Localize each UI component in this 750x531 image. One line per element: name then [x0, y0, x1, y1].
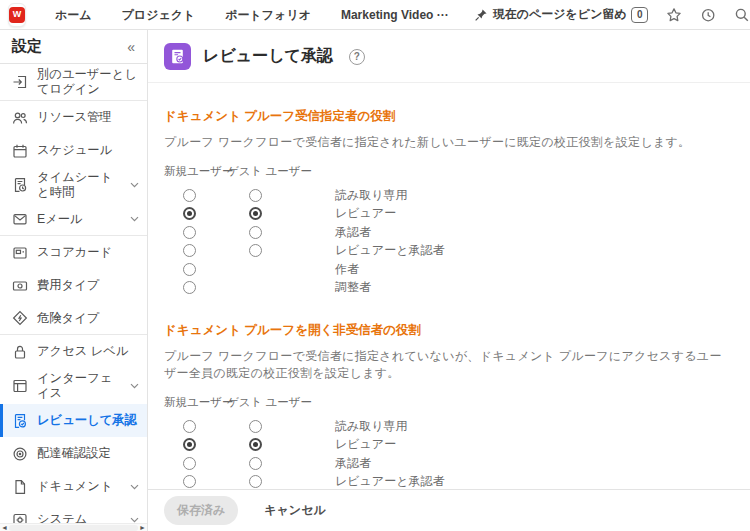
radio-guest-user[interactable]: [249, 438, 262, 451]
search-icon[interactable]: [729, 3, 750, 27]
sidebar-item-label: ドキュメント: [37, 479, 121, 494]
sidebar-item-review-and-approve[interactable]: レビューして承認: [0, 404, 147, 437]
sidebar-item-label: タイムシートと時間: [37, 170, 121, 200]
radio-guest-user[interactable]: [249, 207, 262, 220]
sidebar-item-label: 危険タイプ: [37, 311, 139, 326]
login-icon: [12, 74, 28, 90]
chevron-down-icon: [130, 216, 139, 222]
sidebar-item-label: リソース管理: [37, 110, 139, 125]
layout-icon: [12, 378, 28, 394]
risk-diamond-icon: [12, 310, 28, 326]
role-label: レビュアーと承認者: [335, 473, 444, 489]
role-row-reviewer: レビュアー: [164, 436, 734, 455]
radio-guest-user[interactable]: [249, 189, 262, 202]
pin-label: 現在のページをピン留め: [493, 6, 627, 23]
role-label: レビュアーと承認者: [335, 242, 444, 259]
role-label: 承認者: [335, 455, 371, 472]
nav-portfolios[interactable]: ポートフォリオ: [210, 0, 326, 30]
radio-new-user[interactable]: [183, 281, 196, 294]
page-header: レビューして承認 ?: [148, 30, 750, 83]
pin-current-page-button[interactable]: 現在のページをピン留め: [474, 6, 627, 23]
nav-marketing-video[interactable]: Marketing Video ···: [326, 0, 464, 30]
role-row-reviewer: レビュアー: [164, 205, 734, 224]
radio-new-user[interactable]: [183, 457, 196, 470]
radio-new-user[interactable]: [183, 263, 196, 276]
calendar-icon: [12, 143, 28, 159]
proof-role-rows: 読み取り専用 レビュアー 承認者 レビュ: [164, 417, 734, 489]
sidebar-item-timesheets[interactable]: タイムシートと時間: [0, 167, 147, 203]
sidebar-horizontal-scrollbar[interactable]: ◄ ►: [0, 523, 147, 531]
sidebar-item-label: アクセス レベル: [37, 344, 139, 359]
role-row-reviewer-approver: レビュアーと承認者: [164, 242, 734, 261]
role-label: 承認者: [335, 224, 371, 241]
scrollbar-track[interactable]: [9, 525, 138, 531]
document-icon: [12, 479, 28, 495]
help-icon[interactable]: ?: [349, 49, 365, 65]
main-nav: ホーム プロジェクト ポートフォリオ Marketing Video ···: [40, 0, 464, 30]
history-icon[interactable]: [695, 3, 721, 27]
radio-new-user[interactable]: [183, 420, 196, 433]
sidebar-item-label: スコアカード: [37, 245, 139, 260]
radio-new-user[interactable]: [183, 226, 196, 239]
role-row-moderator: 調整者: [164, 279, 734, 298]
sidebar-header: 設定 «: [0, 30, 147, 64]
section-heading: ドキュメント プルーフを開く非受信者の役割: [164, 322, 734, 339]
sidebar-item-scorecards[interactable]: スコアカード: [0, 236, 147, 269]
banknote-icon: [12, 278, 28, 294]
scroll-right-arrow[interactable]: ►: [138, 524, 147, 531]
top-navigation-bar: W ホーム プロジェクト ポートフォリオ Marketing Video ···…: [0, 0, 750, 30]
nav-projects[interactable]: プロジェクト: [107, 0, 211, 30]
sidebar-item-access-levels[interactable]: アクセス レベル: [0, 335, 147, 368]
column-header-guest-user: ゲスト ユーザー: [227, 164, 312, 179]
radio-guest-user[interactable]: [249, 457, 262, 470]
notifications-button[interactable]: 0: [627, 3, 653, 27]
radio-guest-user[interactable]: [249, 244, 262, 257]
section-proof-recipients: ドキュメント プルーフ受信指定者の役割 プルーフ ワークフローで受信者に指定され…: [164, 108, 734, 297]
sidebar-item-interface[interactable]: インターフェイス: [0, 368, 147, 404]
sidebar-item-proof-delivery-settings[interactable]: 配達確認設定: [0, 437, 147, 470]
radio-new-user[interactable]: [183, 244, 196, 257]
save-button[interactable]: 保存済み: [164, 496, 238, 525]
scroll-left-arrow[interactable]: ◄: [0, 524, 9, 531]
column-headers: 新規ユーザー ゲスト ユーザー: [164, 395, 734, 410]
lock-icon: [12, 344, 28, 360]
sidebar-item-expense-types[interactable]: 費用タイプ: [0, 269, 147, 302]
workfront-logo[interactable]: W: [8, 3, 26, 27]
action-footer: 保存済み キャンセル: [148, 489, 750, 531]
section-non-recipients: ドキュメント プルーフを開く非受信者の役割 プルーフ ワークフローで受信者に指定…: [164, 322, 734, 489]
target-icon: [12, 446, 28, 462]
radio-guest-user[interactable]: [249, 226, 262, 239]
sidebar-item-label: 配達確認設定: [37, 446, 139, 461]
radio-guest-user[interactable]: [249, 420, 262, 433]
settings-content: ドキュメント プルーフ受信指定者の役割 プルーフ ワークフローで受信者に指定され…: [148, 83, 750, 489]
sidebar-item-schedules[interactable]: スケジュール: [0, 134, 147, 167]
favorites-star-icon[interactable]: [661, 3, 687, 27]
sidebar-item-label: 別のユーザーとしてログイン: [37, 67, 139, 97]
radio-new-user[interactable]: [183, 475, 196, 488]
sidebar-item-risk-types[interactable]: 危険タイプ: [0, 302, 147, 335]
radio-new-user[interactable]: [183, 438, 196, 451]
collapse-sidebar-icon[interactable]: «: [127, 40, 135, 54]
sidebar-item-resource-management[interactable]: リソース管理: [0, 101, 147, 134]
chevron-down-icon: [130, 182, 139, 188]
radio-new-user[interactable]: [183, 207, 196, 220]
sidebar-item-email[interactable]: Eメール: [0, 203, 147, 236]
role-row-read-only: 読み取り専用: [164, 417, 734, 436]
column-headers: 新規ユーザー ゲスト ユーザー: [164, 164, 734, 179]
sidebar-item-label: 費用タイプ: [37, 278, 139, 293]
proof-role-rows: 読み取り専用 レビュアー 承認者 レビュ: [164, 186, 734, 297]
chevron-down-icon: [130, 517, 139, 523]
cancel-button[interactable]: キャンセル: [264, 502, 325, 519]
sidebar-item-documents[interactable]: ドキュメント: [0, 470, 147, 503]
column-header-guest-user: ゲスト ユーザー: [227, 395, 312, 410]
radio-guest-user[interactable]: [249, 475, 262, 488]
role-label: 読み取り専用: [335, 187, 408, 204]
sidebar-item-label: レビューして承認: [37, 413, 139, 428]
notification-count-badge: 0: [631, 7, 648, 23]
page-title: レビューして承認: [203, 46, 333, 67]
radio-new-user[interactable]: [183, 189, 196, 202]
sidebar-item-login-as[interactable]: 別のユーザーとしてログイン: [0, 64, 147, 101]
role-label: レビュアー: [335, 436, 396, 453]
chevron-down-icon: [130, 484, 139, 490]
nav-home[interactable]: ホーム: [40, 0, 107, 30]
